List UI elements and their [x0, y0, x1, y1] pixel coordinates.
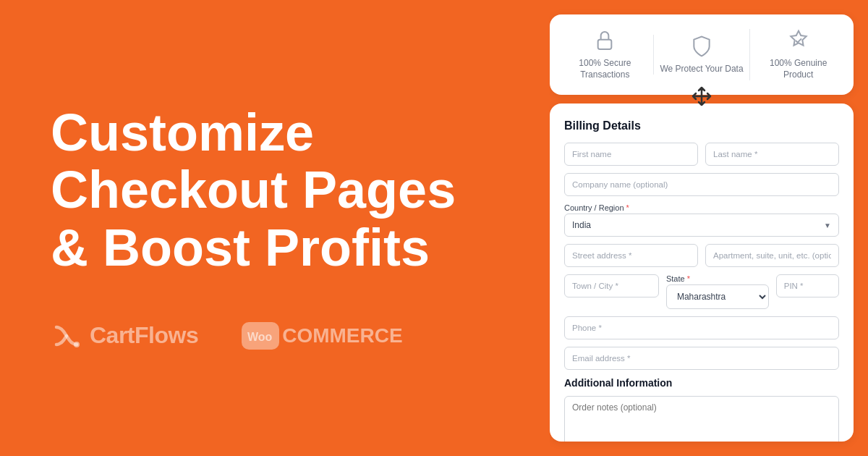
name-row	[564, 143, 839, 166]
company-field	[564, 173, 839, 196]
company-row	[564, 173, 839, 196]
chevron-down-icon: ▼	[824, 221, 831, 229]
last-name-input[interactable]	[705, 143, 839, 166]
country-field: Country / Region * India ▼	[564, 203, 839, 237]
last-name-field	[705, 143, 839, 166]
shield-icon	[690, 35, 713, 58]
phone-input[interactable]	[564, 316, 839, 339]
phone-field	[564, 316, 839, 339]
woo-icon: Woo	[242, 322, 279, 350]
order-notes-textarea[interactable]	[564, 396, 839, 442]
company-input[interactable]	[564, 173, 839, 196]
svg-rect-3	[598, 40, 612, 49]
billing-details-title: Billing Details	[564, 119, 839, 132]
trust-label-protect: We Protect Your Data	[660, 64, 743, 75]
country-label: Country / Region *	[564, 203, 839, 212]
email-input[interactable]	[564, 347, 839, 370]
lock-icon	[593, 29, 616, 52]
email-field	[564, 347, 839, 370]
state-field: State * Maharashtra	[666, 274, 769, 309]
trust-label-genuine: 100% Genuine Product	[756, 58, 841, 80]
cartflows-icon	[51, 320, 82, 352]
badge-check-icon	[787, 29, 810, 52]
apt-input[interactable]	[705, 244, 839, 267]
hero-title: Customize Checkout Pages & Boost Profits	[51, 104, 499, 276]
pin-field	[776, 274, 839, 309]
order-notes-row	[564, 396, 839, 442]
country-select[interactable]: India ▼	[564, 214, 839, 237]
logos-row: CartFlows Woo COMMERCE	[51, 320, 499, 352]
phone-row	[564, 316, 839, 339]
additional-info-title: Additional Information	[564, 377, 839, 389]
state-select[interactable]: Maharashtra	[666, 284, 769, 309]
order-notes-field	[564, 396, 839, 442]
trust-item-protect: We Protect Your Data	[653, 35, 750, 75]
town-field	[564, 274, 659, 309]
state-label: State *	[666, 274, 769, 283]
street-field	[564, 244, 698, 267]
town-input[interactable]	[564, 274, 659, 297]
cartflows-text: CartFlows	[90, 322, 198, 349]
first-name-input[interactable]	[564, 143, 698, 166]
street-input[interactable]	[564, 244, 698, 267]
state-required-star: *	[687, 274, 690, 283]
svg-text:Woo: Woo	[247, 331, 273, 343]
trust-item-genuine: 100% Genuine Product	[749, 29, 846, 80]
right-panel: 100% Secure Transactions We Protect Your…	[550, 0, 868, 456]
woocommerce-text: COMMERCE	[282, 324, 402, 347]
pin-input[interactable]	[776, 274, 839, 297]
trust-item-secure: 100% Secure Transactions	[557, 29, 653, 80]
street-row	[564, 244, 839, 267]
checkout-form-card: Billing Details Country / Region * India…	[550, 104, 854, 442]
apt-field	[705, 244, 839, 267]
email-row	[564, 347, 839, 370]
svg-point-0	[74, 342, 80, 347]
left-panel: Customize Checkout Pages & Boost Profits…	[0, 0, 550, 456]
country-required-star: *	[626, 203, 629, 212]
country-value-text: India	[572, 220, 591, 230]
woocommerce-logo: Woo COMMERCE	[242, 322, 402, 350]
trust-label-secure: 100% Secure Transactions	[563, 58, 647, 80]
first-name-field	[564, 143, 698, 166]
cartflows-logo: CartFlows	[51, 320, 198, 352]
town-state-pin-row: State * Maharashtra	[564, 274, 839, 309]
trust-card: 100% Secure Transactions We Protect Your…	[550, 14, 854, 95]
drag-cursor	[690, 85, 713, 111]
